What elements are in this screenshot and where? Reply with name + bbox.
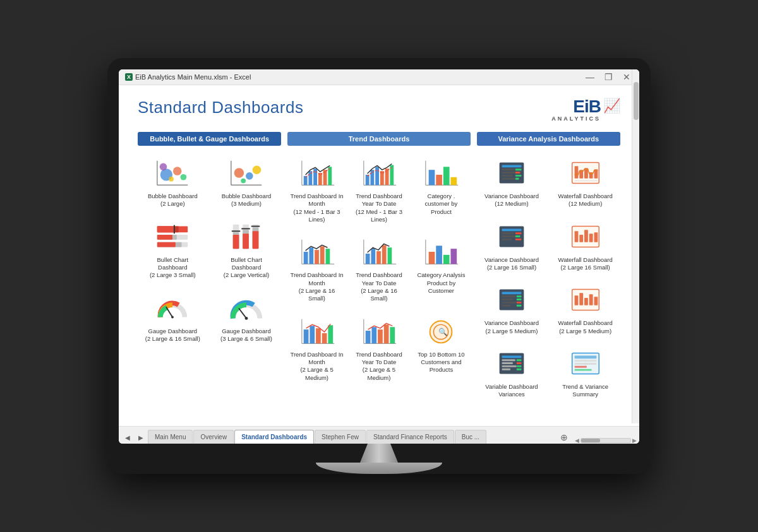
trend-ytd-12med[interactable]: Trend Dashboard Year To Date(12 Med - 1 … xyxy=(350,152,408,227)
svg-rect-78 xyxy=(436,246,443,264)
gauge-3large6small-label: Gauge Dashboard(3 Large & 6 Small) xyxy=(220,328,272,343)
window-title: EiB Analytics Main Menu.xlsm - Excel xyxy=(135,73,251,81)
svg-rect-101 xyxy=(502,168,514,170)
svg-point-3 xyxy=(173,167,182,175)
tab-add-button[interactable]: ⊕ xyxy=(556,431,572,444)
trend-ytd-2large5medium-label: Trend Dashboard Year To Date(2 Large & 5… xyxy=(352,351,406,382)
waterfall-2large16small-label: Waterfall Dashboard(2 Large 16 Small) xyxy=(558,256,613,272)
svg-rect-138 xyxy=(517,296,522,298)
trend-inmonth-12med[interactable]: Trend Dashboard In Month(12 Med - 1 Bar … xyxy=(287,152,346,227)
waterfall-2large5medium[interactable]: Waterfall Dashboard(2 Large 5 Medium) xyxy=(550,279,620,339)
svg-rect-105 xyxy=(515,168,522,170)
trend-inmonth-12med-label: Trend Dashboard In Month(12 Med - 1 Bar … xyxy=(290,192,343,223)
trend-variance-summary[interactable]: Trend & Variance Summary xyxy=(550,343,620,403)
category-customer-product-label: Category . customer by Product xyxy=(414,192,467,216)
tab-main-menu[interactable]: Main Menu xyxy=(148,430,193,444)
trend-section: Trend Dashboards xyxy=(287,132,470,403)
bubble-dashboard-2large[interactable]: Bubble Dashboard(2 Large) xyxy=(138,152,208,212)
trend-ytd-2large5medium[interactable]: Trend Dashboard Year To Date(2 Large & 5… xyxy=(350,310,408,386)
svg-rect-60 xyxy=(451,177,457,186)
svg-rect-57 xyxy=(429,170,435,185)
variance-2large5medium-label: Variance Dashboard(2 Large 5 Medium) xyxy=(484,319,539,335)
gauge-2large16small[interactable]: Gauge Dashboard(2 Large & 16 Small) xyxy=(138,287,208,347)
tab-standard-dashboards[interactable]: Standard Dashboards xyxy=(234,430,314,444)
svg-rect-65 xyxy=(315,250,319,264)
svg-rect-29 xyxy=(243,233,249,249)
variance-section: Variance Analysis Dashboards xyxy=(477,132,620,403)
h-scroll-left[interactable]: ◀ xyxy=(575,437,579,444)
variance-section-header: Variance Analysis Dashboards xyxy=(477,132,620,146)
logo-chart-icon: 📈 xyxy=(603,98,620,114)
svg-point-36 xyxy=(171,316,174,318)
logo-brand: EiB xyxy=(573,97,601,116)
tab-standard-finance[interactable]: Standard Finance Reports xyxy=(366,430,454,444)
svg-rect-156 xyxy=(517,362,522,364)
bullet-chart-2large-vertical[interactable]: Bullet Chart Dashboard(2 Large Vertical) xyxy=(212,216,282,283)
svg-rect-131 xyxy=(594,232,598,242)
svg-rect-103 xyxy=(502,175,513,177)
trend-ytd-2large16small[interactable]: Trend Dashboard Year To Date(2 Large & 1… xyxy=(350,231,408,306)
trend-inmonth-2large5medium[interactable]: Trend Dashboard In Month(2 Large & 5 Med… xyxy=(287,310,346,386)
svg-rect-148 xyxy=(594,297,598,306)
title-bar: X EiB Analytics Main Menu.xlsm - Excel —… xyxy=(119,69,639,85)
svg-rect-134 xyxy=(502,296,515,298)
variance-12medium-label: Variance Dashboard(12 Medium) xyxy=(484,192,539,208)
h-scroll-right[interactable]: ▶ xyxy=(632,437,637,444)
svg-rect-127 xyxy=(574,231,578,242)
svg-rect-136 xyxy=(502,302,517,304)
page-title: Standard Dashboards xyxy=(138,98,303,117)
minimize-button[interactable]: — xyxy=(583,72,597,82)
waterfall-12medium[interactable]: Waterfall Dashboard(12 Medium) xyxy=(550,152,620,212)
svg-text:🔍: 🔍 xyxy=(439,328,448,336)
variance-12medium[interactable]: Variance Dashboard(12 Medium) xyxy=(477,152,547,212)
svg-rect-118 xyxy=(502,228,522,231)
svg-point-11 xyxy=(253,165,262,174)
bubble-section-header: Bubble, Bullet & Gauge Dashboards xyxy=(138,132,281,146)
close-button[interactable]: ✕ xyxy=(620,72,633,82)
monitor-outer: X EiB Analytics Main Menu.xlsm - Excel —… xyxy=(107,58,651,474)
svg-rect-92 xyxy=(378,329,383,343)
waterfall-2large5medium-label: Waterfall Dashboard(2 Large 5 Medium) xyxy=(558,319,613,335)
logo-tagline: ANALYTICS xyxy=(551,115,601,122)
svg-rect-51 xyxy=(375,167,379,185)
svg-point-10 xyxy=(246,172,253,180)
category-customer-product[interactable]: Category . customer by Product xyxy=(412,152,470,227)
variable-dashboard-variances[interactable]: Variable Dashboard Variances xyxy=(477,343,547,403)
svg-rect-70 xyxy=(366,254,370,264)
bubble-dashboard-3medium[interactable]: Bubble Dashboard(3 Medium) xyxy=(212,152,282,212)
gauge-2large16small-label: Gauge Dashboard(2 Large & 16 Small) xyxy=(145,328,200,343)
tab-nav-left[interactable]: ◀ xyxy=(121,432,134,444)
scroll-thumb[interactable] xyxy=(634,82,639,120)
variance-2large5medium[interactable]: Variance Dashboard(2 Large 5 Medium) xyxy=(477,279,547,339)
svg-rect-83 xyxy=(303,329,308,343)
variance-2large16small[interactable]: Variance Dashboard(2 Large 16 Small) xyxy=(477,216,547,276)
tab-overview[interactable]: Overview xyxy=(193,430,234,444)
gauge-3large6small[interactable]: Gauge Dashboard(3 Large & 6 Small) xyxy=(212,287,282,347)
maximize-button[interactable]: ❐ xyxy=(602,72,615,82)
top10-bottom10[interactable]: 🔍 Top 10 Bottom 10 Customers and Product… xyxy=(412,310,470,386)
svg-point-12 xyxy=(241,179,246,184)
svg-rect-72 xyxy=(376,251,381,264)
category-product-customer[interactable]: Category Analysis Product by Customer xyxy=(412,231,470,306)
svg-rect-93 xyxy=(384,324,389,343)
svg-rect-73 xyxy=(382,245,387,264)
trend-inmonth-2large16small[interactable]: Trend Dashboard In Month(2 Large & 16 Sm… xyxy=(287,231,346,306)
trend-ytd-2large16small-label: Trend Dashboard Year To Date(2 Large & 1… xyxy=(352,271,406,302)
svg-rect-59 xyxy=(443,167,450,185)
tab-nav-right[interactable]: ▶ xyxy=(135,432,147,444)
svg-rect-155 xyxy=(517,359,522,361)
trend-section-header: Trend Dashboards xyxy=(287,132,470,146)
waterfall-2large16small[interactable]: Waterfall Dashboard(2 Large 16 Small) xyxy=(550,216,620,276)
category-product-customer-label: Category Analysis Product by Customer xyxy=(414,271,467,295)
svg-rect-135 xyxy=(502,299,513,300)
bullet-chart-2large3small[interactable]: Bullet Chart Dashboard(2 Large 3 Small) xyxy=(138,216,208,283)
svg-rect-84 xyxy=(310,326,315,343)
vertical-scrollbar[interactable] xyxy=(632,69,639,423)
svg-rect-90 xyxy=(366,331,371,343)
svg-rect-164 xyxy=(574,366,586,368)
svg-rect-22 xyxy=(157,242,176,247)
svg-rect-146 xyxy=(584,298,588,305)
tab-stephen-few[interactable]: Stephen Few xyxy=(315,430,366,444)
svg-rect-144 xyxy=(574,296,578,305)
tab-buc[interactable]: Buc ... xyxy=(455,430,486,444)
